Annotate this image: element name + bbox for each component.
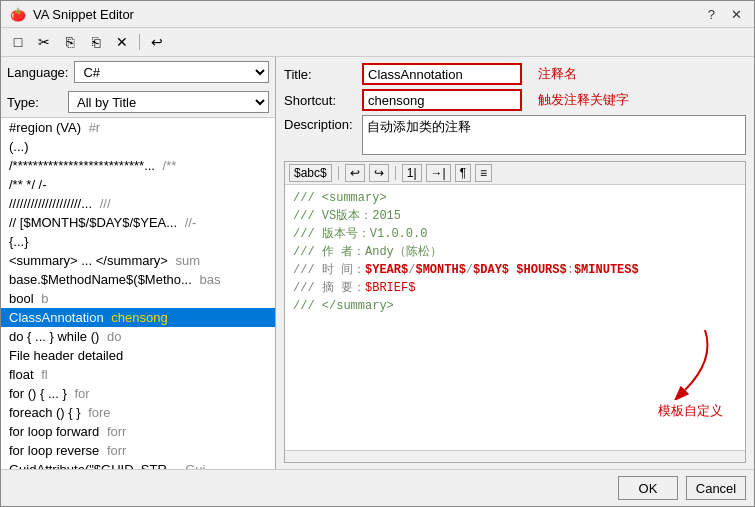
code-line: /// VS版本：2015 — [293, 207, 737, 225]
code-line: /// </summary> — [293, 297, 737, 315]
arrow-annotation: 模板自定义 — [655, 320, 725, 420]
list-item[interactable]: (...) — [1, 137, 275, 156]
window-title: VA Snippet Editor — [33, 7, 134, 22]
title-annotation: 注释名 — [538, 65, 577, 83]
redo-editor-button[interactable]: ↪ — [369, 164, 389, 182]
title-input[interactable] — [362, 63, 522, 85]
shortcut-field-row: Shortcut: 触发注释关键字 — [284, 89, 746, 111]
cut-button[interactable]: ✂ — [33, 31, 55, 53]
toolbar-separator — [139, 34, 140, 50]
title-field-row: Title: 注释名 — [284, 63, 746, 85]
toolbar: □ ✂ ⎘ ⎗ ✕ ↩ — [1, 28, 754, 57]
list-item[interactable]: GuidAttribute("$GUID_STR... Gui — [1, 460, 275, 469]
template-label: 模板自定义 — [658, 402, 723, 420]
code-line: /// 时 间：$YEAR$/$MONTH$/$DAY$ $HOURS$:$MI… — [293, 261, 737, 279]
title-bar-controls: ? ✕ — [704, 7, 746, 22]
delete-button[interactable]: ✕ — [111, 31, 133, 53]
list-item[interactable]: // [$MONTH$/$DAY$/$YEA... //- — [1, 213, 275, 232]
ok-button[interactable]: OK — [618, 476, 678, 500]
help-button[interactable]: ? — [704, 7, 719, 22]
sabc-button[interactable]: $abc$ — [289, 164, 332, 182]
shortcut-field-label: Shortcut: — [284, 93, 354, 108]
left-panel: Language: C# Type: All by Title #region … — [1, 57, 276, 469]
editor-sep-2 — [395, 166, 396, 180]
editor-sep-1 — [338, 166, 339, 180]
para-button[interactable]: ¶ — [455, 164, 471, 182]
type-select[interactable]: All by Title — [68, 91, 269, 113]
desc-label: Description: — [284, 115, 354, 132]
list-item[interactable]: base.$MethodName$($Metho... bas — [1, 270, 275, 289]
desc-textarea[interactable] — [362, 115, 746, 155]
list-item[interactable]: {...} — [1, 232, 275, 251]
language-label: Language: — [7, 65, 68, 80]
undo-button[interactable]: ↩ — [146, 31, 168, 53]
list-button[interactable]: ≡ — [475, 164, 492, 182]
shortcut-input[interactable] — [362, 89, 522, 111]
list-item[interactable]: for loop forward forr — [1, 422, 275, 441]
snippet-list: #region (VA) #r(...)/*******************… — [1, 117, 275, 469]
list-item[interactable]: float fl — [1, 365, 275, 384]
language-select[interactable]: C# — [74, 61, 269, 83]
list-item[interactable]: /**************************... /** — [1, 156, 275, 175]
desc-area: Description: — [284, 115, 746, 155]
language-row: Language: C# — [1, 57, 275, 87]
list-item[interactable]: /** */ /- — [1, 175, 275, 194]
arrow-svg — [655, 320, 725, 400]
copy-button[interactable]: ⎘ — [59, 31, 81, 53]
app-icon: 🍅 — [9, 5, 27, 23]
line-num-button[interactable]: 1| — [402, 164, 422, 182]
new-button[interactable]: □ — [7, 31, 29, 53]
close-button[interactable]: ✕ — [727, 7, 746, 22]
list-item[interactable]: File header detailed — [1, 346, 275, 365]
type-label: Type: — [7, 95, 62, 110]
list-item[interactable]: ////////////////////... /// — [1, 194, 275, 213]
list-item[interactable]: for () { ... } for — [1, 384, 275, 403]
title-bar: 🍅 VA Snippet Editor ? ✕ — [1, 1, 754, 28]
list-item[interactable]: ClassAnnotation chensong — [1, 308, 275, 327]
code-line: /// <summary> — [293, 189, 737, 207]
type-row: Type: All by Title — [1, 87, 275, 117]
right-panel: Title: 注释名 Shortcut: 触发注释关键字 Description… — [276, 57, 754, 469]
tab-button[interactable]: →| — [426, 164, 451, 182]
code-line: /// 摘 要：$BRIEF$ — [293, 279, 737, 297]
list-item[interactable]: <summary> ... </summary> sum — [1, 251, 275, 270]
editor-body[interactable]: /// <summary>/// VS版本：2015/// 版本号：V1.0.0… — [285, 185, 745, 450]
undo-editor-button[interactable]: ↩ — [345, 164, 365, 182]
list-item[interactable]: do { ... } while () do — [1, 327, 275, 346]
list-item[interactable]: #region (VA) #r — [1, 118, 275, 137]
main-window: 🍅 VA Snippet Editor ? ✕ □ ✂ ⎘ ⎗ ✕ ↩ Lang… — [0, 0, 755, 507]
code-line: /// 作 者：Andy（陈松） — [293, 243, 737, 261]
bottom-bar: OK Cancel — [1, 469, 754, 506]
paste-button[interactable]: ⎗ — [85, 31, 107, 53]
shortcut-annotation: 触发注释关键字 — [538, 91, 629, 109]
title-bar-left: 🍅 VA Snippet Editor — [9, 5, 134, 23]
editor-scrollbar[interactable] — [285, 450, 745, 462]
list-item[interactable]: bool b — [1, 289, 275, 308]
code-line: /// 版本号：V1.0.0.0 — [293, 225, 737, 243]
editor-container: $abc$ ↩ ↪ 1| →| ¶ ≡ /// <summary>/// VS版… — [284, 161, 746, 463]
cancel-button[interactable]: Cancel — [686, 476, 746, 500]
list-item[interactable]: for loop reverse forr — [1, 441, 275, 460]
editor-toolbar: $abc$ ↩ ↪ 1| →| ¶ ≡ — [285, 162, 745, 185]
main-content: Language: C# Type: All by Title #region … — [1, 57, 754, 469]
list-item[interactable]: foreach () { } fore — [1, 403, 275, 422]
title-field-label: Title: — [284, 67, 354, 82]
